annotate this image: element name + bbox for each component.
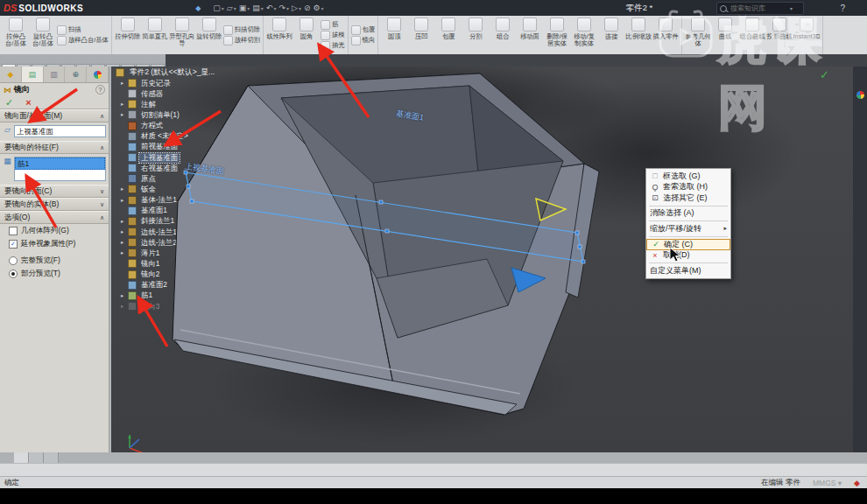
expand-arrow-icon[interactable]: ▸ (121, 197, 128, 204)
command-tab[interactable] (32, 64, 46, 66)
tab-dimxpert[interactable]: ⊕ (65, 66, 87, 82)
expand-arrow-icon[interactable]: ▸ (121, 80, 128, 87)
units-selector[interactable]: MMGS ▾ (813, 479, 842, 487)
ribbon-button[interactable]: 组合 (490, 16, 516, 54)
ribbon-button-small[interactable]: 包覆 (351, 25, 376, 35)
command-tab[interactable] (17, 64, 31, 66)
mirror-plane-field[interactable]: 上视基准面 (14, 125, 106, 137)
context-menu-item[interactable]: × 取消(D) (646, 250, 730, 262)
command-tab[interactable] (46, 64, 60, 66)
radio-partial-preview[interactable] (9, 270, 18, 278)
tree-item[interactable]: ▸ 基体-法兰1 (116, 195, 222, 206)
tree-item[interactable]: ▸ 历史记录 (116, 78, 222, 88)
command-tab[interactable] (136, 64, 150, 66)
ribbon-button[interactable]: 移动/复制实体 (571, 16, 597, 54)
tab-property-manager[interactable]: ▤ (22, 66, 44, 82)
graphics-area[interactable] (110, 66, 867, 452)
quick-access-icon[interactable]: ▷▾ (292, 4, 301, 12)
tree-item[interactable]: 材质 <未指定> (116, 131, 222, 142)
section-bodies-to-mirror[interactable]: 要镜向的实体(B)∨ (0, 198, 109, 211)
status-tag-icon[interactable]: ◆ (854, 479, 860, 487)
search-box[interactable]: ▾ (716, 2, 804, 15)
quick-access-icon[interactable]: ↶▾ (266, 4, 277, 12)
ribbon-button[interactable]: 投影曲线 (766, 16, 793, 54)
tree-item[interactable]: 基准面2 (116, 280, 222, 290)
quick-access-icon[interactable]: ▢▾ (213, 4, 224, 12)
command-tab[interactable] (2, 64, 16, 66)
tree-item[interactable]: ▸ 注解 (116, 99, 222, 109)
ribbon-button[interactable]: 连接 (598, 16, 624, 54)
expand-arrow-icon[interactable]: ▸ (121, 228, 128, 235)
ribbon-button-small[interactable]: 放样凸台/基体 (57, 36, 109, 46)
tree-item[interactable]: 镜向2 (116, 270, 222, 280)
expand-icon[interactable]: ∨ (100, 201, 104, 208)
ribbon-button[interactable]: 删除/保留实体 (544, 16, 570, 54)
tree-item[interactable]: 上视基准面 (116, 152, 222, 163)
expand-arrow-icon[interactable]: ▸ (121, 303, 128, 310)
document-tab[interactable] (44, 452, 59, 463)
ribbon-button[interactable]: 异型孔向导 (169, 16, 195, 54)
tab-appearances[interactable] (87, 66, 109, 82)
ribbon-button-small[interactable]: 扫描切除 (223, 25, 260, 35)
ribbon-button[interactable]: 线性阵列 (266, 16, 293, 54)
tree-item[interactable]: ▸ 边线-法兰1 (116, 227, 222, 237)
tree-item[interactable]: 方程式 (116, 121, 222, 131)
command-tab[interactable] (91, 64, 105, 66)
ribbon-button[interactable]: 分割 (462, 16, 489, 54)
command-tab[interactable] (76, 64, 90, 66)
tree-item[interactable]: 前视基准面 (116, 142, 222, 152)
section-mirror-plane[interactable]: 镜向面/基准面(M)∧ (0, 109, 109, 122)
ribbon-button[interactable]: 旋转凸台/基体 (30, 16, 56, 54)
expand-arrow-icon[interactable]: ▸ (121, 239, 128, 246)
tab-configurations[interactable]: ▥ (44, 66, 66, 82)
confirmation-corner-check[interactable]: ✓ (820, 68, 829, 81)
ribbon-button[interactable]: 简单直孔 (142, 16, 168, 54)
ribbon-button[interactable]: 参考几何体 (685, 16, 711, 54)
tree-item[interactable]: ▸ 钣金 (116, 184, 222, 194)
document-tab[interactable] (14, 452, 29, 463)
command-tab[interactable] (151, 64, 165, 66)
ribbon-button-small[interactable]: 镜向 (351, 36, 376, 46)
command-tab[interactable] (106, 64, 120, 66)
tree-item[interactable]: ▸ 斜接法兰1 (116, 216, 222, 227)
selected-feature-item[interactable]: 筋1 (15, 158, 105, 170)
ribbon-button-small[interactable]: 拔模 (321, 31, 345, 40)
ribbon-button[interactable]: 包覆 (435, 16, 462, 54)
quick-access-icon[interactable]: ▤▾ (252, 4, 264, 12)
ribbon-button[interactable]: 压凹 (408, 16, 434, 54)
quick-access-icon[interactable]: ↷▾ (278, 4, 289, 12)
pin-icon[interactable]: ◆ (195, 4, 201, 12)
command-tab[interactable] (61, 64, 75, 66)
ribbon-button[interactable]: 拉伸切除 (115, 16, 141, 54)
help-icon[interactable]: ? (840, 4, 845, 13)
radio-full-preview[interactable] (9, 256, 18, 265)
tree-item[interactable]: ▸ 薄片1 (116, 248, 222, 258)
ribbon-button[interactable]: 移动面 (517, 16, 543, 54)
expand-icon[interactable]: ∨ (100, 188, 104, 195)
tab-tools[interactable]: ◆ (0, 66, 22, 82)
section-options[interactable]: 选项(O)∧ (0, 211, 109, 224)
context-menu-item[interactable]: □ 框选取 (G) (646, 171, 730, 182)
features-to-mirror-list[interactable]: 筋1 (14, 157, 106, 181)
tree-root[interactable]: 零件2 (默认<<默认>_显... (116, 67, 222, 78)
tree-item[interactable]: ▸ 切割清单(1) (116, 109, 222, 120)
ribbon-button-small[interactable]: 抽壳 (321, 41, 345, 51)
ribbon-button-small[interactable]: 筋 (321, 20, 345, 30)
expand-arrow-icon[interactable]: ▸ (121, 111, 128, 118)
ribbon-button-small[interactable]: 扫描 (57, 25, 109, 35)
tree-item[interactable]: 传感器 (116, 88, 222, 99)
checkbox-geometry-pattern[interactable] (9, 227, 18, 235)
tree-item[interactable]: ▸ 镜向3 (116, 301, 222, 312)
panel-help-icon[interactable]: ? (95, 85, 105, 94)
expand-arrow-icon[interactable]: ▸ (121, 249, 128, 256)
context-menu-item[interactable]: ✓ 确定 (C) (646, 239, 730, 250)
ribbon-button[interactable]: 圆角 (293, 16, 320, 54)
command-tab[interactable] (121, 64, 135, 66)
ribbon-button[interactable]: 曲线 (712, 16, 738, 54)
collapse-icon[interactable]: ∧ (100, 144, 104, 151)
ribbon-button-small[interactable]: 放样切割 (223, 36, 260, 46)
quick-access-icon[interactable]: ⊘ (304, 4, 311, 12)
ribbon-button[interactable]: 插入零件 (652, 16, 679, 54)
expand-arrow-icon[interactable]: ▸ (121, 101, 128, 108)
ok-button[interactable]: ✓ (5, 97, 13, 108)
